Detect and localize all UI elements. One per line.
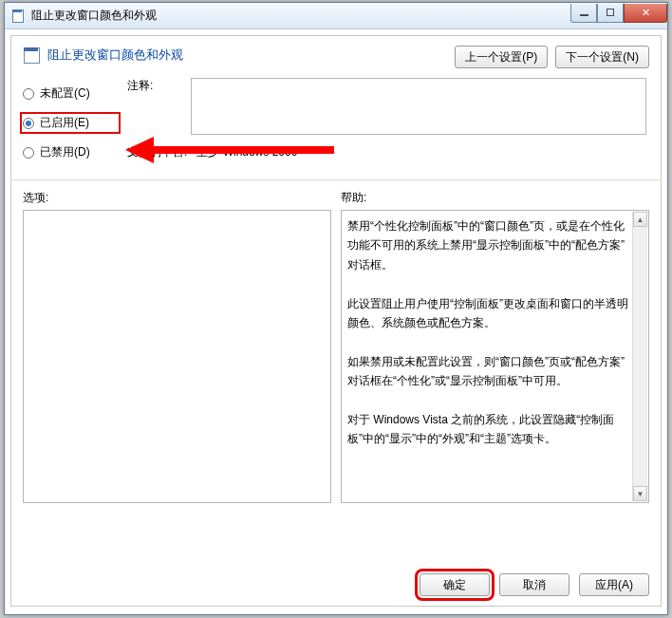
radio-label: 未配置(C) bbox=[40, 85, 90, 102]
radio-icon bbox=[23, 118, 34, 129]
policy-icon bbox=[23, 46, 42, 65]
lower-columns: 选项: 帮助: 禁用“个性化控制面板”中的“窗口颜色”页，或是在个性化功能不可用… bbox=[23, 190, 649, 503]
radio-label: 已启用(E) bbox=[40, 115, 89, 131]
metadata-area: 注释: 支持的平台: 至少 Windows 2000 bbox=[127, 68, 649, 160]
radio-label: 已禁用(D) bbox=[40, 144, 90, 160]
cancel-button[interactable]: 取消 bbox=[499, 573, 569, 596]
minimize-button[interactable] bbox=[570, 4, 597, 23]
titlebar[interactable]: 阻止更改窗口颜色和外观 ✕ bbox=[5, 3, 667, 29]
policy-title: 阻止更改窗口颜色和外观 bbox=[47, 47, 183, 64]
comment-textbox[interactable] bbox=[191, 78, 646, 135]
divider bbox=[11, 179, 661, 180]
radio-enabled[interactable]: 已启用(E) bbox=[23, 115, 118, 131]
app-icon bbox=[10, 9, 26, 24]
dialog-content: 阻止更改窗口颜色和外观 上一个设置(P) 下一个设置(N) 未配置(C) 已启用… bbox=[10, 35, 662, 607]
help-panel: 禁用“个性化控制面板”中的“窗口颜色”页，或是在个性化功能不可用的系统上禁用“显… bbox=[341, 210, 649, 503]
scroll-up-icon[interactable]: ▲ bbox=[633, 212, 647, 227]
platform-value: 至少 Windows 2000 bbox=[196, 144, 297, 160]
header-row: 阻止更改窗口颜色和外观 上一个设置(P) 下一个设置(N) bbox=[23, 46, 649, 68]
help-label: 帮助: bbox=[341, 190, 649, 206]
radio-icon bbox=[23, 147, 34, 159]
window-title: 阻止更改窗口颜色和外观 bbox=[31, 8, 157, 24]
dialog-footer: 确定 取消 应用(A) bbox=[420, 573, 649, 596]
radio-icon bbox=[23, 88, 34, 100]
radio-disabled[interactable]: 已禁用(D) bbox=[23, 144, 118, 160]
options-label: 选项: bbox=[23, 190, 331, 206]
options-panel[interactable] bbox=[23, 210, 331, 503]
ok-button[interactable]: 确定 bbox=[420, 573, 490, 596]
state-radio-group: 未配置(C) 已启用(E) 已禁用(D) bbox=[23, 85, 118, 174]
platform-label: 支持的平台: bbox=[127, 144, 188, 160]
scrollbar[interactable]: ▲ ▼ bbox=[632, 212, 647, 501]
close-button[interactable]: ✕ bbox=[624, 4, 667, 23]
apply-button[interactable]: 应用(A) bbox=[579, 573, 649, 596]
scroll-down-icon[interactable]: ▼ bbox=[633, 486, 647, 501]
radio-not-configured[interactable]: 未配置(C) bbox=[23, 85, 118, 102]
help-text: 禁用“个性化控制面板”中的“窗口颜色”页，或是在个性化功能不可用的系统上禁用“显… bbox=[347, 216, 629, 496]
gpo-editor-window: 阻止更改窗口颜色和外观 ✕ 阻止更改窗口颜色和外观 上一个设置(P) 下一个设置… bbox=[4, 2, 668, 615]
help-column: 帮助: 禁用“个性化控制面板”中的“窗口颜色”页，或是在个性化功能不可用的系统上… bbox=[341, 190, 649, 503]
maximize-button[interactable] bbox=[597, 4, 624, 23]
next-setting-button[interactable]: 下一个设置(N) bbox=[555, 46, 649, 68]
window-controls: ✕ bbox=[570, 4, 667, 23]
options-column: 选项: bbox=[23, 190, 331, 503]
prev-setting-button[interactable]: 上一个设置(P) bbox=[455, 46, 548, 68]
comment-label: 注释: bbox=[127, 78, 188, 94]
